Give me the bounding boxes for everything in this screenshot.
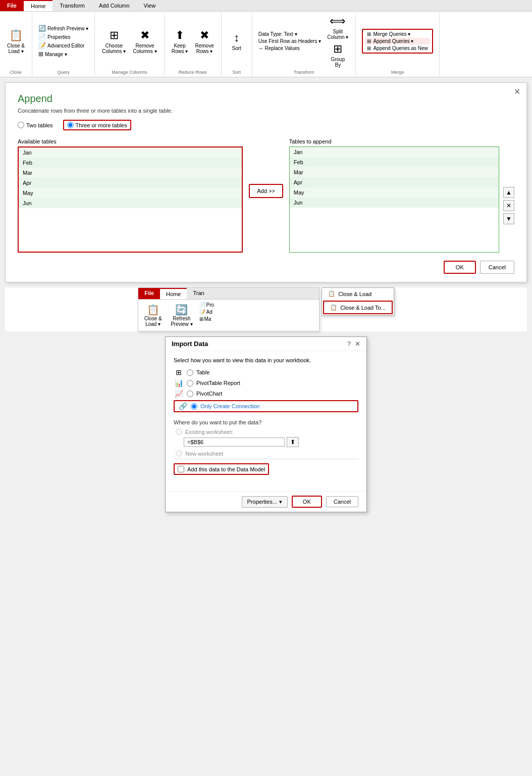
browse-button[interactable]: ⬆ xyxy=(287,437,299,447)
new-worksheet-option[interactable]: New worksheet xyxy=(176,450,358,457)
group-icon: ⊞ xyxy=(333,42,342,56)
data-type-button[interactable]: Data Type: Text ▾ xyxy=(256,31,323,37)
list-item[interactable]: Mar xyxy=(290,167,499,177)
sort-icon: ↕ xyxy=(234,31,239,44)
append-right-row: Jan Feb Mar Apr May Jun ▲ ✕ ▼ xyxy=(289,147,514,253)
mini-ma-icon: ⊞ xyxy=(199,316,203,322)
radio-group: Two tables Three or more tables xyxy=(18,120,514,130)
available-tables-list[interactable]: Jan Feb Mar Apr May Jun xyxy=(18,147,243,253)
close-button[interactable]: ✕ xyxy=(514,87,520,96)
properties-button[interactable]: Properties... ▾ xyxy=(242,496,288,508)
option-pivottable[interactable]: 📊 PivotTable Report xyxy=(174,379,358,387)
properties-icon: 📄 xyxy=(38,33,46,40)
import-ok-button[interactable]: OK xyxy=(292,496,322,508)
connection-icon: 🔗 xyxy=(178,402,188,410)
remove-button[interactable]: ✕ xyxy=(503,200,514,211)
sort-button[interactable]: ↕ Sort xyxy=(226,30,248,52)
radio-three-tables[interactable]: Three or more tables xyxy=(63,120,131,130)
advanced-editor-button[interactable]: 📝 Advanced Editor xyxy=(36,41,90,50)
import-options: ⊞ Table 📊 PivotTable Report 📈 PivotChart xyxy=(174,368,358,412)
close-load-to-item[interactable]: 📋 Close & Load To... xyxy=(323,301,393,314)
help-icon[interactable]: ? xyxy=(347,340,351,348)
split-column-button[interactable]: ⟺ SplitColumn ▾ xyxy=(324,14,351,41)
append-tables-list[interactable]: Jan Feb Mar Apr May Jun xyxy=(289,147,499,253)
merge-icon: ⊞ xyxy=(367,31,371,37)
group-by-button[interactable]: ⊞ GroupBy xyxy=(324,41,351,69)
merge-queries-button[interactable]: ⊞ Merge Queries ▾ xyxy=(365,31,430,37)
cancel-button[interactable]: Cancel xyxy=(480,261,514,274)
tab-home[interactable]: Home xyxy=(24,0,52,11)
refresh-preview-button[interactable]: 🔄 Refresh Preview ▾ xyxy=(36,24,90,32)
mini-refresh-button[interactable]: 🔄 RefreshPreview ▾ xyxy=(168,302,195,329)
remove-rows-button[interactable]: ✖ RemoveRows ▾ xyxy=(192,28,217,55)
list-item[interactable]: Jan xyxy=(19,148,242,158)
remove-columns-button[interactable]: ✖ RemoveColumns ▾ xyxy=(130,28,159,55)
mini-ad-button[interactable]: 📝 Ad xyxy=(198,309,216,315)
move-down-button[interactable]: ▼ xyxy=(503,213,514,224)
append-queries-new-button[interactable]: ⊞ Append Queries as New xyxy=(365,45,430,52)
list-item[interactable]: May xyxy=(290,187,499,198)
sort-content: ↕ Sort xyxy=(226,14,248,69)
transform-content: Data Type: Text ▾ Use First Row as Heade… xyxy=(256,14,352,69)
append-icon: ⊞ xyxy=(367,38,371,44)
list-item[interactable]: Feb xyxy=(290,157,499,167)
close-dialog-icon[interactable]: ✕ xyxy=(355,340,360,348)
tab-transform[interactable]: Transform xyxy=(52,0,92,11)
merge-queries-group: ⊞ Merge Queries ▾ ⊞ Append Queries ▾ ⊞ A… xyxy=(362,29,433,54)
list-item[interactable]: Jun xyxy=(290,198,499,208)
manage-button[interactable]: ⊞ Manage ▾ xyxy=(36,50,90,58)
query-rows: 🔄 Refresh Preview ▾ 📄 Properties 📝 Advan… xyxy=(36,24,90,58)
keep-rows-button[interactable]: ⬆ KeepRows ▾ xyxy=(169,28,191,55)
existing-worksheet-option[interactable]: Existing worksheet: xyxy=(176,428,358,435)
existing-worksheet-input[interactable] xyxy=(184,438,285,447)
move-up-button[interactable]: ▲ xyxy=(503,187,514,198)
add-button[interactable]: Add >> xyxy=(249,184,283,198)
close-load-button[interactable]: 📋 Close &Load ▾ xyxy=(4,28,28,55)
close-load-icon: 📋 xyxy=(9,29,23,42)
mini-tab-file[interactable]: File xyxy=(138,288,160,299)
list-item[interactable]: Mar xyxy=(19,168,242,178)
append-queries-button[interactable]: ⊞ Append Queries ▾ xyxy=(365,38,430,44)
choose-columns-icon: ⊞ xyxy=(110,29,119,42)
list-item[interactable]: Apr xyxy=(19,178,242,188)
divider xyxy=(174,459,358,459)
import-data-section: Import Data ? ✕ Select how you want to v… xyxy=(5,336,527,512)
import-title-icons: ? ✕ xyxy=(347,340,360,348)
reduce-rows-label: Reduce Rows xyxy=(179,70,207,75)
transform-rows: Data Type: Text ▾ Use First Row as Heade… xyxy=(256,31,323,52)
list-item[interactable]: Jun xyxy=(19,198,242,208)
mini-tab-tran[interactable]: Tran xyxy=(187,288,210,299)
tab-add-column[interactable]: Add Column xyxy=(92,0,137,11)
mini-pro-button[interactable]: 📄 Pro xyxy=(198,302,216,308)
list-item[interactable]: May xyxy=(19,188,242,198)
list-item[interactable]: Feb xyxy=(19,158,242,168)
choose-columns-button[interactable]: ⊞ ChooseColumns ▾ xyxy=(99,28,129,55)
option-connection[interactable]: 🔗 Only Create Connection xyxy=(174,400,358,412)
mini-small-rows: 📄 Pro 📝 Ad ⊞ Ma xyxy=(198,302,216,329)
use-first-row-button[interactable]: Use First Row as Headers ▾ xyxy=(256,38,323,44)
data-model-checkbox[interactable]: Add this data to the Data Model xyxy=(174,463,269,475)
ok-button[interactable]: OK xyxy=(444,261,476,274)
mini-tab-home[interactable]: Home xyxy=(160,288,187,299)
mini-close-load-button[interactable]: 📋 Close &Load ▾ xyxy=(140,302,166,329)
option-pivotchart[interactable]: 📈 PivotChart xyxy=(174,390,358,398)
dialog-title: Append xyxy=(18,93,514,105)
mini-ma-button[interactable]: ⊞ Ma xyxy=(198,316,216,322)
radio-two-tables[interactable]: Two tables xyxy=(18,122,53,128)
remove-columns-icon: ✖ xyxy=(140,29,149,42)
append-dialog-section: ✕ Append Concatenate rows from three or … xyxy=(5,82,527,282)
option-table[interactable]: ⊞ Table xyxy=(174,368,358,376)
tab-file[interactable]: File xyxy=(0,0,24,11)
mini-refresh-icon: 🔄 xyxy=(175,304,188,316)
tab-view[interactable]: View xyxy=(137,0,163,11)
list-item[interactable]: Apr xyxy=(290,177,499,187)
close-load-item[interactable]: 📋 Close & Load xyxy=(322,288,394,300)
manage-columns-label: Manage Columns xyxy=(112,70,147,75)
properties-button[interactable]: 📄 Properties xyxy=(36,33,90,41)
replace-values-button[interactable]: ↔ Replace Values xyxy=(256,45,323,52)
import-cancel-button[interactable]: Cancel xyxy=(326,496,358,507)
refresh-icon: 🔄 xyxy=(38,25,46,32)
list-item[interactable]: Jan xyxy=(290,147,499,157)
ribbon-tabs: File Home Transform Add Column View xyxy=(0,0,532,12)
mini-ribbon: File Home Tran 📋 Close &Load ▾ 🔄 Refresh… xyxy=(138,287,320,331)
